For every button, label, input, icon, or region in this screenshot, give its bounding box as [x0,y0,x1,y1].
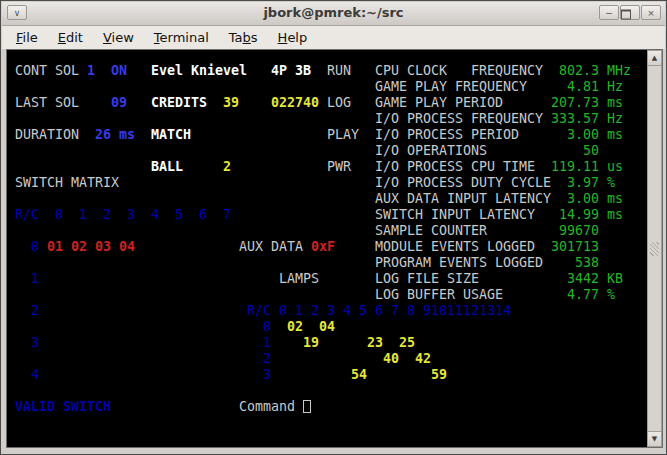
terminal-text: Evel Knievel [151,63,247,79]
terminal-text: Hz [607,111,623,127]
terminal-text: ms [119,127,135,143]
terminal-text: 25 [399,335,415,351]
terminal-text: 3.97 [567,175,599,191]
terminal-text: KB [607,271,623,287]
terminal-text: ms [607,95,623,111]
terminal-text: 2 [31,303,39,319]
terminal-text: I/O PROCESS DUTY CYCLE [375,175,551,191]
scroll-up-icon: ▲ [652,54,657,62]
terminal-text: 1 [263,335,271,351]
menu-bar: FileEditViewTerminalTabsHelp [2,26,665,49]
terminal-text: % [607,287,615,303]
terminal-window: ∨ jbork@pmrek:~/src − × FileEditViewTerm… [0,0,667,455]
terminal-text: % [607,175,615,191]
scrollbar-thumb[interactable] [647,66,662,431]
menu-item-edit[interactable]: Edit [52,28,89,47]
close-button[interactable]: × [641,5,661,20]
title-bar[interactable]: ∨ jbork@pmrek:~/src − × [2,2,665,26]
terminal-text: 1 [31,271,39,287]
terminal-text: 4.81 [567,79,599,95]
terminal-text: 2 [223,159,231,175]
terminal-text: BALL [151,159,183,175]
terminal-text: MHz [607,63,631,79]
menu-item-terminal[interactable]: Terminal [148,28,215,47]
terminal-screen[interactable]: CONT SOL1ONEvel Knievel4P 3BRUNCPU CLOCK… [7,50,647,447]
terminal-text: 42 [415,351,431,367]
terminal-text: 3.00 [567,127,599,143]
terminal-text: 26 [95,127,111,143]
terminal-text: MODULE EVENTS LOGGED [375,239,535,255]
terminal-text: I/O PROCESS CPU TIME [375,159,535,175]
terminal-text: 50 [583,143,599,159]
terminal-text: LOG BUFFER USAGE [375,287,503,303]
terminal-text: GAME PLAY FREQUENCY [375,79,527,95]
terminal-text: 4 [31,367,39,383]
terminal-text: DURATION [15,127,79,143]
menu-item-tabs[interactable]: Tabs [223,28,264,47]
menu-item-help[interactable]: Help [272,28,314,47]
terminal-text: 0 [263,319,271,335]
terminal-text: ms [607,127,623,143]
terminal-text: ms [607,207,623,223]
terminal-text: 0 1 2 3 4 5 6 7 8 91011121314 [279,303,511,319]
terminal-text: 3442 [567,271,599,287]
terminal-text: Hz [607,79,623,95]
terminal-text: 54 [351,367,367,383]
terminal-text: 40 [383,351,399,367]
maximize-button[interactable] [620,5,640,20]
terminal-text: VALID SWITCH [15,399,111,415]
terminal-text: MATCH [151,127,191,143]
terminal-text: R/C [15,207,39,223]
terminal-text: 99670 [559,223,599,239]
terminal-text: I/O OPERATIONS [375,143,487,159]
terminal-text: 207.73 [551,95,599,111]
menu-item-view[interactable]: View [97,28,140,47]
terminal-text: 02 [71,239,87,255]
terminal-text: 14.99 [559,207,599,223]
terminal-text: GAME PLAY PERIOD [375,95,503,111]
terminal-text: 02 [287,319,303,335]
terminal-text: CPU CLOCK FREQUENCY [375,63,543,79]
terminal-text: 3.00 [567,191,599,207]
terminal-text: 3 [31,335,39,351]
terminal-text: R/C [247,303,271,319]
minimize-icon: − [600,7,618,20]
scroll-up-button[interactable]: ▲ [647,50,662,66]
terminal-text: PWR [327,159,351,175]
terminal-text: I/O PROCESS PERIOD [375,127,519,143]
terminal-text: 0xF [311,239,335,255]
terminal-text: 4P 3B [271,63,311,79]
terminal-text: PLAY [327,127,359,143]
terminal-text: 04 [319,319,335,335]
terminal-text: ON [111,63,127,79]
terminal-text: CREDITS [151,95,207,111]
terminal-text: 301713 [551,239,599,255]
terminal-text: 09 [111,95,127,111]
scroll-down-icon: ▼ [652,435,657,443]
menu-item-file[interactable]: File [10,28,44,47]
scrollbar[interactable]: ▲ ▼ [647,50,662,447]
terminal-text: 19 [303,335,319,351]
terminal-text: 538 [575,255,599,271]
terminal-widget: CONT SOL1ONEvel Knievel4P 3BRUNCPU CLOCK… [6,49,663,448]
minimize-button[interactable]: − [599,5,619,20]
terminal-text: LAMPS [279,271,319,287]
terminal-text: 0 [31,239,39,255]
terminal-text: us [607,159,623,175]
terminal-text: 333.57 [551,111,599,127]
scroll-down-button[interactable]: ▼ [647,431,662,447]
terminal-text: 4.77 [567,287,599,303]
window-title: jbork@pmrek:~/src [2,5,665,20]
terminal-text: 23 [367,335,383,351]
terminal-text: RUN [327,63,351,79]
maximize-icon [621,10,631,20]
terminal-text: LAST SOL [15,95,79,111]
terminal-text: 802.3 [559,63,599,79]
terminal-text: LOG FILE SIZE [375,271,479,287]
terminal-text: 59 [431,367,447,383]
terminal-text: 0 1 2 3 4 5 6 7 [55,207,231,223]
terminal-text: I/O PROCESS FREQUENCY [375,111,543,127]
terminal-text: 119.11 [551,159,599,175]
terminal-text: 39 [223,95,239,111]
terminal-cursor [303,400,311,413]
